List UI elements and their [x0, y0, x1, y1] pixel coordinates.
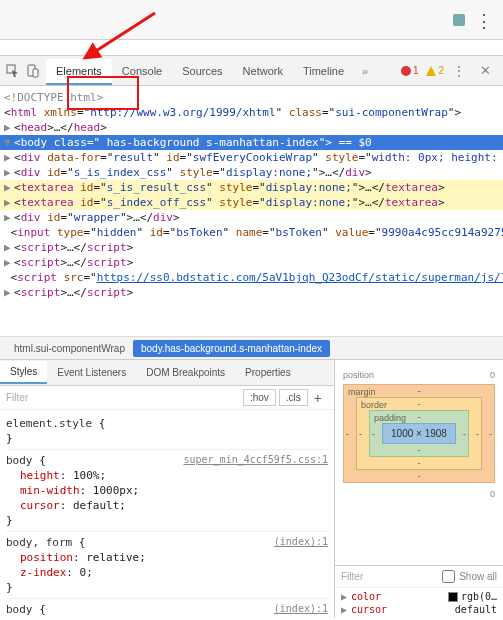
dom-node[interactable]: ▶<textarea id="s_is_result_css" style="d…	[0, 180, 503, 195]
subtab-styles[interactable]: Styles	[0, 361, 47, 384]
subtab-dom-breakpoints[interactable]: DOM Breakpoints	[136, 362, 235, 383]
css-rule[interactable]: (index):1body, form {position: relative;…	[6, 532, 328, 599]
cls-toggle[interactable]: .cls	[279, 389, 308, 406]
computed-filter-bar: Filter Show all	[335, 565, 503, 587]
devtools-settings-icon[interactable]: ⋮	[446, 63, 472, 79]
devtools-panel: ElementsConsoleSourcesNetworkTimeline » …	[0, 55, 503, 620]
warning-count[interactable]: 2	[426, 65, 444, 76]
show-all-label: Show all	[459, 571, 497, 582]
subtab-event-listeners[interactable]: Event Listeners	[47, 362, 136, 383]
dom-node[interactable]: <input type="hidden" id="bsToken" name="…	[0, 225, 503, 240]
computed-prop[interactable]: ▶colorrgb(0…	[341, 590, 497, 603]
styles-filter-input[interactable]: Filter	[6, 392, 240, 403]
devtools-tabbar: ElementsConsoleSourcesNetworkTimeline » …	[0, 56, 503, 86]
dom-node[interactable]: ▶<div id="wrapper">…</div>	[0, 210, 503, 225]
breadcrumb-bar: html.sui-componentWrapbody.has-backgroun…	[0, 336, 503, 360]
box-model[interactable]: position0 margin - - - - border - - - - …	[335, 360, 503, 565]
tab-sources[interactable]: Sources	[172, 59, 232, 83]
svg-rect-3	[33, 69, 38, 77]
browser-chrome-bar: ⋮	[0, 0, 503, 40]
dom-node[interactable]: ▶<textarea id="s_index_off_css" style="d…	[0, 195, 503, 210]
tab-console[interactable]: Console	[112, 59, 172, 83]
dom-node[interactable]: ▶<head>…</head>	[0, 120, 503, 135]
css-rule[interactable]: super_min_4ccf59f5.css:1body {height: 10…	[6, 450, 328, 532]
computed-props-list[interactable]: ▶colorrgb(0…▶cursordefault	[335, 587, 503, 618]
css-rule[interactable]: (index):1body {text-align: center;}	[6, 599, 328, 618]
styles-panel: StylesEvent ListenersDOM BreakpointsProp…	[0, 360, 335, 618]
show-all-checkbox[interactable]	[442, 570, 455, 583]
devtools-close-icon[interactable]: ✕	[474, 63, 497, 78]
rule-source-link[interactable]: (index):1	[274, 601, 328, 616]
tab-timeline[interactable]: Timeline	[293, 59, 354, 83]
breadcrumb-item[interactable]: body.has-background.s-manhattan-index	[133, 340, 330, 357]
dom-node[interactable]: ▶<div data-for="result" id="swfEveryCook…	[0, 150, 503, 165]
dom-node[interactable]: <html xmlns="http://www.w3.org/1999/xhtm…	[0, 105, 503, 120]
hov-toggle[interactable]: :hov	[243, 389, 276, 406]
dom-node[interactable]: ▶<script>…</script>	[0, 255, 503, 270]
extension-icon[interactable]	[451, 12, 467, 28]
computed-prop[interactable]: ▶cursordefault	[341, 603, 497, 616]
new-rule-button[interactable]: +	[308, 390, 328, 406]
device-toggle-icon[interactable]	[26, 64, 40, 78]
rule-source-link[interactable]: (index):1	[274, 534, 328, 549]
browser-menu-icon[interactable]: ⋮	[475, 10, 493, 32]
breadcrumb-item[interactable]: html.sui-componentWrap	[6, 340, 133, 357]
dom-node[interactable]: <script src="https://ss0.bdstatic.com/5a…	[0, 270, 503, 285]
dom-node[interactable]: ▶<script>…</script>	[0, 285, 503, 300]
inspect-icon[interactable]	[6, 64, 20, 78]
subtab-properties[interactable]: Properties	[235, 362, 301, 383]
dom-node[interactable]: ▶<div id="s_is_index_css" style="display…	[0, 165, 503, 180]
computed-sidebar: position0 margin - - - - border - - - - …	[335, 360, 503, 618]
styles-filter-bar: Filter :hov .cls +	[0, 386, 334, 410]
tab-network[interactable]: Network	[233, 59, 293, 83]
elements-dom-tree[interactable]: <!DOCTYPE html><html xmlns="http://www.w…	[0, 86, 503, 336]
styles-subtabs: StylesEvent ListenersDOM BreakpointsProp…	[0, 360, 334, 386]
computed-filter-input[interactable]: Filter	[341, 571, 442, 582]
dom-node[interactable]: ▶<script>…</script>	[0, 240, 503, 255]
svg-rect-0	[453, 14, 465, 26]
css-rule[interactable]: element.style {}	[6, 413, 328, 450]
more-tabs-chevron[interactable]: »	[356, 65, 374, 77]
svg-point-4	[401, 66, 411, 76]
box-model-content: 1000 × 1908	[382, 423, 456, 444]
styles-bottom-pane: StylesEvent ListenersDOM BreakpointsProp…	[0, 360, 503, 618]
dom-node[interactable]: ▼<body class=" has-background s-manhatta…	[0, 135, 503, 150]
rule-source-link[interactable]: super_min_4ccf59f5.css:1	[184, 452, 329, 467]
dom-node[interactable]: <!DOCTYPE html>	[0, 90, 503, 105]
css-rules-list[interactable]: element.style {}super_min_4ccf59f5.css:1…	[0, 410, 334, 618]
error-count[interactable]: 1	[401, 65, 419, 76]
tab-elements[interactable]: Elements	[46, 59, 112, 85]
